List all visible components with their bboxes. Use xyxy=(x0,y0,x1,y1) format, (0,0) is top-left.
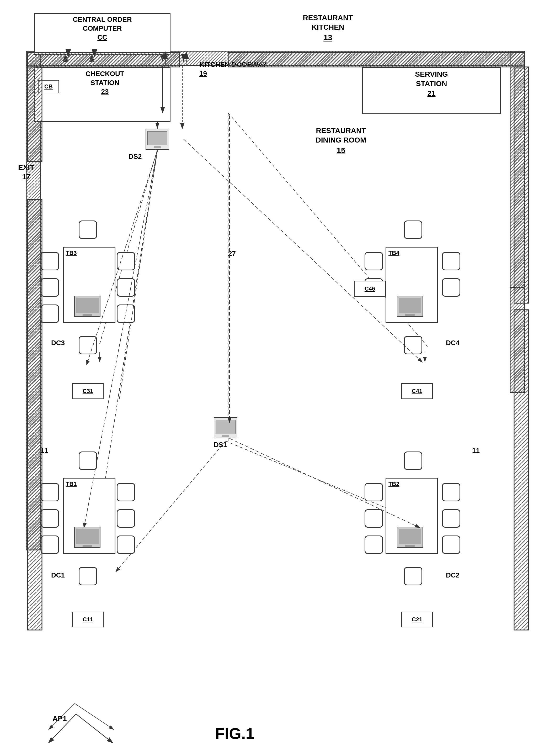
tb1-table: TB1 xyxy=(63,478,116,554)
chair-tb1-right-bot xyxy=(117,535,135,554)
chair-tb1-right-mid xyxy=(117,509,135,528)
dc1-label: DC1 xyxy=(51,571,65,580)
chair-tb2-top xyxy=(404,451,422,470)
tb2-table: TB2 xyxy=(386,478,438,554)
num-11-right-label: 11 xyxy=(472,446,480,455)
svg-line-43 xyxy=(76,714,113,743)
chair-tb2-left-bot xyxy=(365,535,383,554)
num-11-left-label: 11 xyxy=(41,446,48,455)
svg-line-38 xyxy=(119,151,157,399)
c46-box: C46 xyxy=(354,281,386,296)
chair-tb3-left-top xyxy=(41,252,59,270)
ap1-label: AP1 xyxy=(52,714,67,723)
chair-tb1-bot xyxy=(79,567,97,585)
chair-tb1-left-bot xyxy=(41,535,59,554)
exit-label: EXIT17 xyxy=(13,163,39,182)
chair-tb3-bot xyxy=(79,336,97,354)
c41-box: C41 xyxy=(401,383,433,399)
svg-line-8 xyxy=(100,150,157,515)
fig-label: FIG.1 xyxy=(215,724,254,743)
chair-tb2-right-top xyxy=(442,483,460,502)
dc4-label: DC4 xyxy=(446,339,460,348)
chair-tb2-left-top xyxy=(365,483,383,502)
chair-tb1-left-mid xyxy=(41,509,59,528)
ds2-label: DS2 xyxy=(129,152,142,161)
dc3-label: DC3 xyxy=(51,339,65,348)
ds1-terminal xyxy=(214,417,238,438)
central-order-computer-label: CENTRAL ORDERCOMPUTERCC xyxy=(38,15,167,42)
dc2-label: DC2 xyxy=(446,571,460,580)
serving-station-label: SERVINGSTATION21 xyxy=(365,70,498,98)
svg-rect-3 xyxy=(510,287,524,392)
num-27-label: 27 xyxy=(228,249,236,258)
chair-tb2-bot xyxy=(404,567,422,585)
chair-tb1-left-top xyxy=(41,483,59,502)
diagram: CENTRAL ORDERCOMPUTERCC RESTAURANTKITCHE… xyxy=(0,0,555,756)
chair-tb1-right-top xyxy=(117,483,135,502)
chair-tb2-left-mid xyxy=(365,509,383,528)
chair-tb2-right-bot xyxy=(442,535,460,554)
chair-tb4-left-top xyxy=(365,252,383,270)
c31-box: C31 xyxy=(72,383,103,399)
chair-tb3-left-bot xyxy=(41,305,59,323)
cb-box: CB xyxy=(38,80,59,93)
svg-rect-1 xyxy=(26,51,41,550)
svg-line-9 xyxy=(118,150,157,399)
chair-tb4-top xyxy=(404,221,422,239)
checkout-station-label: CHECKOUTSTATION23 xyxy=(52,70,157,96)
ds2-terminal xyxy=(145,129,169,150)
dining-room-label: RESTAURANTDINING ROOM15 xyxy=(275,126,407,155)
ds1-label: DS1 xyxy=(214,440,227,449)
c11-box: C11 xyxy=(72,612,103,627)
kitchen-doorway-label: KITCHEN DOORWAY19 xyxy=(199,61,283,78)
svg-rect-2 xyxy=(510,51,524,287)
chair-tb3-top xyxy=(79,221,97,239)
chair-tb4-bot xyxy=(404,336,422,354)
restaurant-kitchen-label: RESTAURANTKITCHEN13 xyxy=(275,13,380,43)
svg-line-20 xyxy=(75,704,114,730)
chair-tb1-top xyxy=(79,451,97,470)
tb4-table: TB4 xyxy=(386,247,438,323)
chair-tb3-right-mid xyxy=(117,278,135,296)
c21-box: C21 xyxy=(401,612,433,627)
tb3-table: TB3 xyxy=(63,247,116,323)
svg-rect-31 xyxy=(514,310,528,630)
chair-tb3-left-mid xyxy=(41,278,59,296)
svg-rect-29 xyxy=(28,199,42,630)
chair-tb4-right-mid xyxy=(442,278,460,296)
chair-tb3-right-top xyxy=(117,252,135,270)
svg-rect-30 xyxy=(514,67,528,303)
chair-tb3-right-bot xyxy=(117,305,135,323)
chair-tb2-right-mid xyxy=(442,509,460,528)
chair-tb4-right-top xyxy=(442,252,460,270)
